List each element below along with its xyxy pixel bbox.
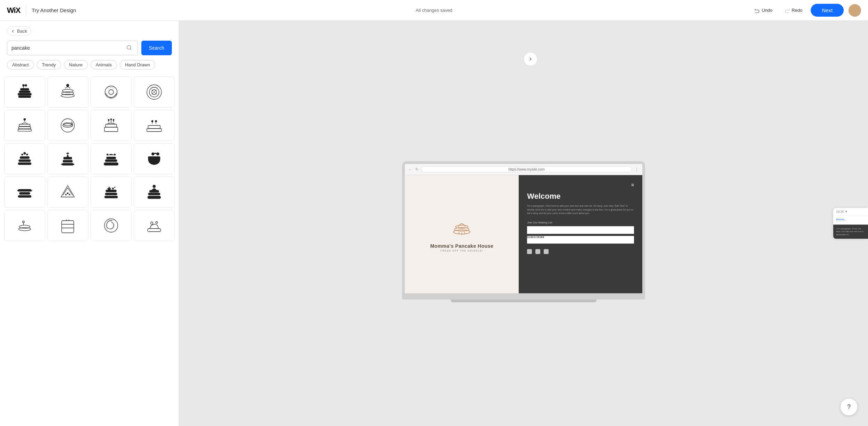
svg-rect-53: [106, 157, 116, 159]
icon-item[interactable]: [4, 177, 45, 208]
icon-item[interactable]: [4, 110, 45, 141]
site-right-panel: ≡ Welcome I'm a paragraph. Click here to…: [519, 175, 642, 293]
svg-rect-51: [104, 163, 118, 166]
site-left-panel: Momma's Pancake House FRESH OFF THE GRID…: [405, 175, 519, 293]
tag-nature[interactable]: Nature: [64, 60, 88, 69]
svg-point-68: [112, 188, 114, 189]
peek-time: 19:30 ▼: [833, 208, 868, 216]
welcome-heading: Welcome: [527, 192, 634, 201]
svg-rect-20: [19, 124, 30, 126]
swirl-pancake-icon: [101, 216, 121, 235]
icon-item[interactable]: [134, 177, 175, 208]
svg-rect-2: [19, 96, 31, 98]
peek-content: Momm...: [833, 216, 868, 223]
bow-pancake-icon: [15, 182, 34, 202]
icon-item[interactable]: [134, 143, 175, 174]
chevron-right-icon: [528, 57, 533, 62]
icons-grid: [0, 74, 179, 426]
header-right: Undo Redo Next: [751, 4, 861, 17]
svg-point-13: [105, 86, 117, 98]
wix-logo: WiX: [7, 6, 20, 15]
tag-trendy[interactable]: Trendy: [37, 60, 61, 69]
svg-point-86: [156, 222, 157, 223]
redo-label: Redo: [792, 8, 802, 13]
back-icon: [11, 29, 15, 33]
fancy-pancake-icon: [15, 116, 34, 135]
icon-item[interactable]: [4, 76, 45, 108]
svg-rect-3: [18, 93, 32, 95]
pancake-building-icon: [58, 149, 77, 169]
svg-point-33: [113, 120, 114, 121]
icon-item[interactable]: [47, 110, 88, 141]
svg-rect-40: [18, 163, 32, 165]
search-icon-button[interactable]: [125, 43, 133, 53]
icon-item[interactable]: [134, 210, 175, 241]
svg-point-85: [150, 222, 153, 224]
icon-item[interactable]: [4, 143, 45, 174]
undo-icon: [754, 8, 760, 13]
redo-button[interactable]: Redo: [781, 6, 806, 15]
svg-rect-27: [106, 124, 117, 128]
browser-bar: ← ↻ https://www.mysite.com ⋮: [405, 164, 642, 175]
svg-point-12: [67, 84, 69, 87]
pancake-logo-svg: [448, 217, 476, 238]
svg-point-24: [63, 124, 73, 128]
peek-dark-panel: I'm a paragraph. Cl me. It's easy. Jus a…: [833, 224, 868, 239]
search-button[interactable]: Search: [141, 41, 172, 55]
svg-rect-48: [64, 157, 72, 159]
tag-animals[interactable]: Animals: [91, 60, 117, 69]
hamburger-icon: ≡: [631, 182, 634, 188]
help-button[interactable]: ?: [840, 398, 858, 416]
svg-point-39: [155, 121, 157, 122]
svg-point-22: [24, 118, 26, 120]
svg-point-54: [107, 154, 108, 155]
main-layout: Back Search Abstract Trendy Nature Anima: [0, 21, 868, 426]
icon-item[interactable]: [134, 76, 175, 108]
back-button[interactable]: Back: [7, 26, 31, 36]
svg-rect-42: [20, 156, 30, 159]
site-paragraph: I'm a paragraph. Click here to add your …: [527, 204, 634, 215]
svg-rect-56: [148, 156, 160, 158]
tag-hand-drawn[interactable]: Hand Drawn: [120, 60, 155, 69]
svg-rect-4: [19, 91, 30, 93]
svg-rect-72: [149, 190, 159, 192]
search-input[interactable]: [11, 45, 125, 51]
svg-point-14: [109, 90, 114, 95]
left-panel: Back Search Abstract Trendy Nature Anima: [0, 21, 179, 426]
subscribe-button-preview: SUBSCRIBE: [527, 236, 634, 244]
next-arrow-button[interactable]: [524, 52, 537, 66]
email-icon: [544, 249, 549, 254]
icon-item[interactable]: [91, 110, 132, 141]
svg-point-32: [110, 119, 112, 120]
undo-button[interactable]: Undo: [751, 6, 776, 15]
save-status: All changes saved: [416, 8, 452, 13]
icon-item[interactable]: [91, 210, 132, 241]
header-left: WiX Try Another Design: [7, 5, 76, 16]
cake-icon: [101, 116, 121, 135]
icon-item[interactable]: [47, 143, 88, 174]
icon-item[interactable]: [134, 110, 175, 141]
svg-rect-66: [105, 193, 117, 195]
icon-item[interactable]: [4, 210, 45, 241]
svg-rect-84: [148, 229, 161, 232]
twitter-icon: [535, 249, 540, 254]
icon-item[interactable]: [91, 143, 132, 174]
svg-rect-26: [104, 127, 118, 131]
avatar[interactable]: [849, 4, 861, 17]
svg-point-44: [24, 152, 26, 155]
icon-item[interactable]: [47, 76, 88, 108]
tag-abstract[interactable]: Abstract: [7, 60, 34, 69]
next-button[interactable]: Next: [811, 4, 844, 17]
social-icons: [527, 249, 634, 254]
topped-pancake-icon: [144, 182, 164, 202]
icon-item[interactable]: [47, 177, 88, 208]
icon-item[interactable]: [91, 177, 132, 208]
header-divider: [26, 5, 26, 16]
svg-rect-71: [148, 193, 160, 195]
icon-item[interactable]: [91, 76, 132, 108]
svg-point-55: [114, 154, 116, 155]
site-right-header: ≡: [527, 182, 634, 188]
mini-pancake-icon: [15, 216, 34, 235]
donut-icon: [101, 82, 121, 102]
icon-item[interactable]: [47, 210, 88, 241]
